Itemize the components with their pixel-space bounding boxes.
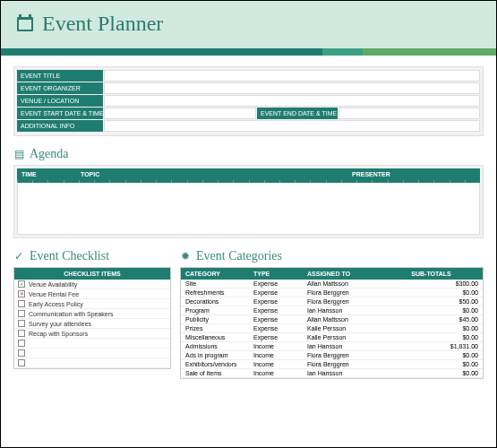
cell-assigned: Ian Hansson <box>303 307 380 314</box>
cell-type: Expense <box>249 307 303 314</box>
label-end: EVENT END DATE & TIME <box>257 108 338 119</box>
agenda-col-topic: TOPIC <box>76 168 347 180</box>
checkbox[interactable] <box>18 290 25 297</box>
checklist-item[interactable] <box>14 358 170 368</box>
cell-assigned: Flora Berggren <box>303 352 380 358</box>
page-title-text: Event Planner <box>42 12 163 36</box>
cell-assigned: Kalle Persson <box>303 334 380 340</box>
cell-subtotal: $45.00 <box>380 316 483 323</box>
checkbox[interactable] <box>18 349 25 357</box>
categories-section: ✹ Event Categories CATEGORY TYPE ASSIGNE… <box>180 249 484 379</box>
category-row[interactable]: SiteExpenseAllan Mattsson$300.00 <box>181 280 483 289</box>
agenda-col-presenter: PRESENTER <box>347 168 480 180</box>
agenda-section: ▤ Agenda TIME TOPIC PRESENTER <box>13 147 484 238</box>
category-row[interactable]: ProgramExpenseIan Hansson$0.00 <box>181 306 483 315</box>
cell-assigned: Allan Mattsson <box>303 316 380 323</box>
category-row[interactable]: MiscellaneousExpenseKalle Persson$0.00 <box>181 333 483 342</box>
agenda-body[interactable] <box>17 183 480 235</box>
checkbox[interactable] <box>18 320 25 327</box>
col-subtotals: SUB-TOTALS <box>380 268 483 280</box>
cell-category: Exhibitors/vendors <box>181 361 249 367</box>
checklist-item-label: Communication with Speakers <box>29 311 167 317</box>
category-row[interactable]: Sale of itemsIncomeIan Hansson$0.00 <box>181 369 483 378</box>
checkbox[interactable] <box>18 310 25 317</box>
cell-type: Income <box>249 370 303 376</box>
field-additional[interactable] <box>104 120 480 132</box>
cell-category: Miscellaneous <box>181 334 249 340</box>
category-row[interactable]: Ads in programIncomeFlora Berggren$0.00 <box>181 351 483 360</box>
categories-header: CATEGORY TYPE ASSIGNED TO SUB-TOTALS <box>181 268 483 280</box>
agenda-icon: ▤ <box>13 149 24 159</box>
cell-subtotal: $0.00 <box>380 334 483 340</box>
cell-category: Prizes <box>181 325 249 332</box>
checklist-box: CHECKLIST ITEMS Venue AvailabilityVenue … <box>13 267 171 369</box>
categories-title-text: Event Categories <box>196 249 282 263</box>
calendar-icon <box>17 17 33 31</box>
cell-category: Decorations <box>181 298 249 305</box>
cell-subtotal: $0.00 <box>380 325 483 332</box>
checklist-item[interactable]: Survey your attendees <box>14 319 170 329</box>
checklist-item[interactable]: Venue Rental Fee <box>14 289 170 299</box>
category-row[interactable]: DecorationsExpenseFlora Berggren$50.00 <box>181 297 483 306</box>
category-row[interactable]: PublicityExpenseAllan Mattsson$45.00 <box>181 315 483 324</box>
checklist-item-label: Survey your attendees <box>29 321 167 327</box>
agenda-title: ▤ Agenda <box>13 147 484 161</box>
label-start: EVENT START DATE & TIME <box>17 108 103 119</box>
field-end[interactable] <box>338 108 480 119</box>
cell-category: Program <box>181 307 249 314</box>
cell-type: Expense <box>249 298 303 305</box>
checklist-item[interactable]: Venue Availability <box>14 280 170 289</box>
cell-type: Expense <box>249 280 303 287</box>
cell-category: Admissions <box>181 343 249 349</box>
cell-type: Expense <box>249 334 303 340</box>
cell-category: Refreshments <box>181 289 249 296</box>
checkbox[interactable] <box>18 340 25 347</box>
cell-subtotal: $0.00 <box>380 289 483 296</box>
checklist-title-text: Event Checklist <box>30 249 109 263</box>
checklist-item[interactable]: Recap with Sponsors <box>14 329 170 339</box>
checkbox[interactable] <box>18 300 25 307</box>
agenda-box: TIME TOPIC PRESENTER <box>13 165 484 238</box>
category-row[interactable]: AdmissionsIncomeIan Hansson$1,831.00 <box>181 342 483 351</box>
cell-subtotal: $50.00 <box>380 298 483 305</box>
event-info-box: EVENT TITLE EVENT ORGANIZER VENUE / LOCA… <box>13 66 484 136</box>
category-row[interactable]: PrizesExpenseKalle Persson$0.00 <box>181 324 483 333</box>
checklist-header: CHECKLIST ITEMS <box>14 268 170 280</box>
cell-category: Publicity <box>181 316 249 323</box>
col-assigned: ASSIGNED TO <box>303 268 380 280</box>
categories-box: CATEGORY TYPE ASSIGNED TO SUB-TOTALS Sit… <box>180 267 484 379</box>
cell-category: Site <box>181 280 249 287</box>
field-organizer[interactable] <box>104 82 480 94</box>
category-row[interactable]: RefreshmentsExpenseFlora Berggren$0.00 <box>181 289 483 297</box>
checklist-item-label: Venue Availability <box>29 281 167 288</box>
field-start[interactable] <box>104 108 256 119</box>
cell-assigned: Flora Berggren <box>303 298 380 305</box>
checklist-item[interactable]: Early Access Policy <box>14 299 170 309</box>
checklist-item[interactable] <box>14 339 170 349</box>
header: Event Planner <box>1 1 496 48</box>
cell-type: Expense <box>249 289 303 296</box>
label-additional: ADDITIONAL INFO <box>17 120 103 132</box>
cell-type: Income <box>249 352 303 358</box>
label-organizer: EVENT ORGANIZER <box>17 82 103 94</box>
checkbox[interactable] <box>18 330 25 337</box>
checklist-item-label: Venue Rental Fee <box>29 291 167 297</box>
field-event-title[interactable] <box>104 70 480 82</box>
accent-bar <box>1 48 496 56</box>
cell-assigned: Allan Mattsson <box>303 280 380 287</box>
cell-assigned: Kalle Persson <box>303 325 380 332</box>
checklist-item[interactable]: Communication with Speakers <box>14 309 170 319</box>
cell-assigned: Flora Berggren <box>303 289 380 296</box>
cell-subtotal: $300.00 <box>380 280 483 287</box>
checklist-item[interactable] <box>14 349 170 358</box>
label-venue: VENUE / LOCATION <box>17 95 103 107</box>
checkbox[interactable] <box>18 359 25 366</box>
checklist-section: ✓ Event Checklist CHECKLIST ITEMS Venue … <box>13 249 171 379</box>
checkbox[interactable] <box>18 280 25 288</box>
category-row[interactable]: Exhibitors/vendorsIncomeFlora Berggren$0… <box>181 360 483 369</box>
event-info-section: EVENT TITLE EVENT ORGANIZER VENUE / LOCA… <box>13 66 484 136</box>
field-venue[interactable] <box>104 95 480 107</box>
cell-subtotal: $0.00 <box>380 370 483 376</box>
agenda-title-text: Agenda <box>30 147 69 161</box>
cell-subtotal: $0.00 <box>380 352 483 358</box>
